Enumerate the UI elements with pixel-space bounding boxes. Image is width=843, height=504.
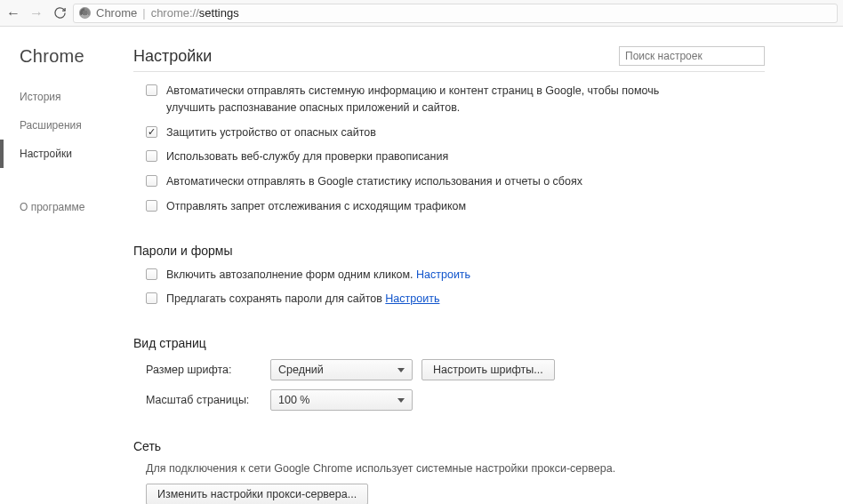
page-title: Настройки [133,47,212,66]
sidebar: Chrome История Расширения Настройки О пр… [0,46,133,504]
zoom-label: Масштаб страницы: [146,394,261,406]
brand: Chrome [20,46,133,67]
chevron-down-icon [397,368,405,372]
opt-autofill: Включить автозаполнение форм одним клико… [166,267,470,284]
opt-spellcheck: Использовать веб-службу для проверки пра… [166,148,448,165]
link-passwords-configure[interactable]: Настроить [385,292,439,305]
back-button[interactable]: ← [5,5,21,21]
link-autofill-configure[interactable]: Настроить [416,268,470,281]
opt-send-info: Автоматически отправлять системную инфор… [166,83,664,116]
proxy-settings-button[interactable]: Изменить настройки прокси-сервера... [146,484,368,504]
opt-dnt: Отправлять запрет отслеживания с исходящ… [166,198,466,215]
chevron-down-icon [397,398,405,403]
content: Настройки Автоматически отправлять систе… [133,46,818,504]
checkbox-protect-device[interactable] [146,126,157,138]
zoom-select[interactable]: 100 % [270,389,413,411]
url-scheme: chrome:// [151,6,199,20]
zoom-value: 100 % [278,394,309,406]
search-input[interactable] [619,46,765,66]
address-bar[interactable]: Chrome | chrome://settings [73,4,838,23]
font-size-select[interactable]: Средний [270,359,413,380]
section-pageview-title: Вид страниц [133,336,765,350]
section-network-title: Сеть [133,439,765,453]
checkbox-save-passwords[interactable] [146,292,157,304]
sidebar-item-settings[interactable]: Настройки [0,140,133,168]
checkbox-usage-stats[interactable] [146,175,157,187]
checkbox-send-info[interactable] [146,84,157,96]
checkbox-spellcheck[interactable] [146,150,157,162]
sidebar-item-history[interactable]: История [20,83,133,111]
browser-toolbar: ← → Chrome | chrome://settings [0,0,843,27]
sidebar-item-about[interactable]: О программе [20,193,133,221]
sidebar-item-extensions[interactable]: Расширения [20,111,133,140]
checkbox-dnt[interactable] [146,200,157,212]
chrome-icon [79,7,91,19]
reload-button[interactable] [52,5,68,21]
forward-button[interactable]: → [28,5,44,21]
font-size-label: Размер шрифта: [146,364,261,376]
checkbox-autofill[interactable] [146,268,157,280]
opt-save-passwords: Предлагать сохранять пароли для сайтов Н… [166,291,439,308]
opt-protect-device: Защитить устройство от опасных сайтов [166,124,376,141]
network-desc: Для подключения к сети Google Chrome исп… [146,462,765,475]
url-path: settings [199,6,239,20]
section-passwords-title: Пароли и формы [133,244,765,258]
opt-usage-stats: Автоматически отправлять в Google статис… [166,173,582,190]
configure-fonts-button[interactable]: Настроить шрифты... [422,359,555,380]
addr-chrome-label: Chrome [96,6,137,20]
font-size-value: Средний [278,364,324,376]
addr-separator: | [142,6,145,20]
